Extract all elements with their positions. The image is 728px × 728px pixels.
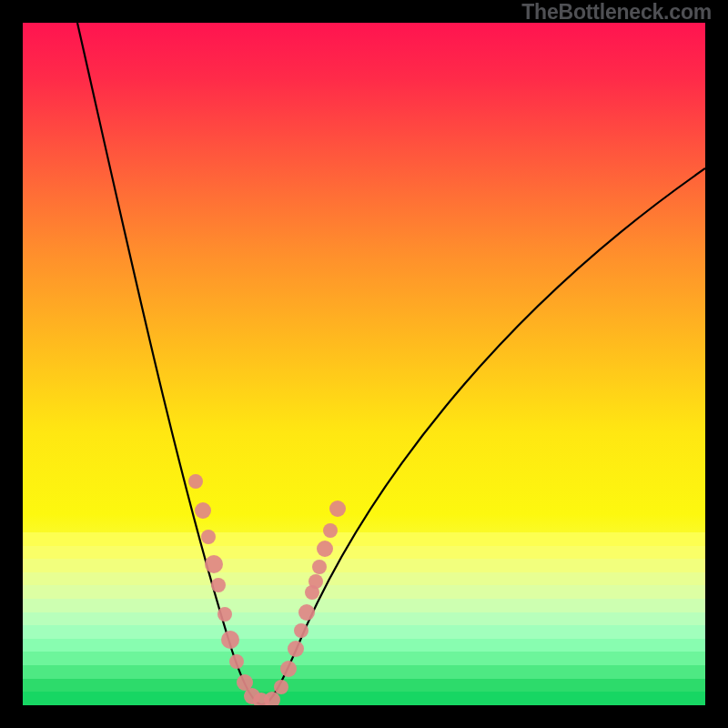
marker-group [188,474,346,705]
marker [188,474,203,489]
marker [217,607,232,622]
marker [280,661,297,677]
marker [288,641,304,657]
marker [323,523,338,538]
marker [205,555,223,573]
marker [274,680,288,694]
marker [317,541,333,557]
marker [294,623,308,638]
curve-svg [23,23,705,705]
marker [308,574,323,589]
marker [195,502,211,519]
marker [264,692,280,705]
marker [201,530,216,544]
plot-area [23,23,705,705]
marker [229,654,244,669]
chart-frame: TheBottleneck.com [0,0,728,728]
bottleneck-curve [77,23,705,704]
marker [211,578,226,592]
marker [221,631,239,649]
marker [298,604,315,621]
marker [312,560,327,574]
marker [329,500,346,517]
watermark-label: TheBottleneck.com [521,0,712,25]
